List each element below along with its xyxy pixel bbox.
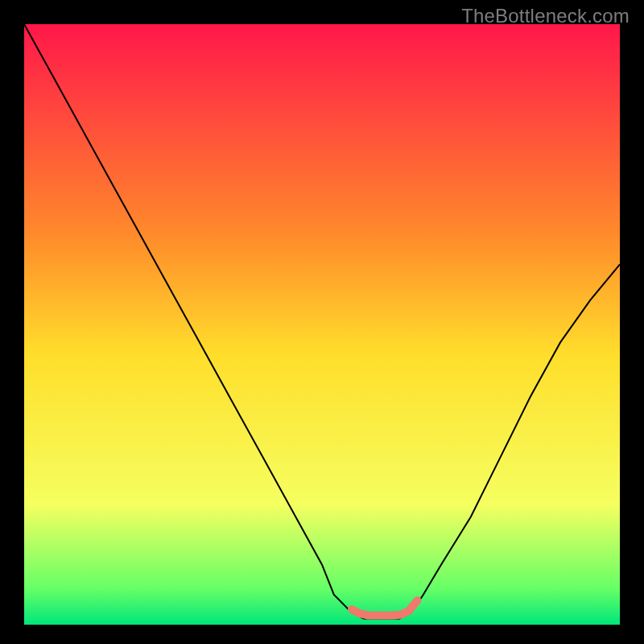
frame-bottom bbox=[0, 625, 644, 644]
gradient-background bbox=[24, 24, 620, 625]
watermark-text: TheBottleneck.com bbox=[461, 5, 630, 27]
frame-left bbox=[0, 0, 24, 644]
bottleneck-chart: TheBottleneck.com bbox=[0, 0, 644, 644]
chart-canvas bbox=[0, 0, 644, 644]
frame-right bbox=[620, 0, 644, 644]
